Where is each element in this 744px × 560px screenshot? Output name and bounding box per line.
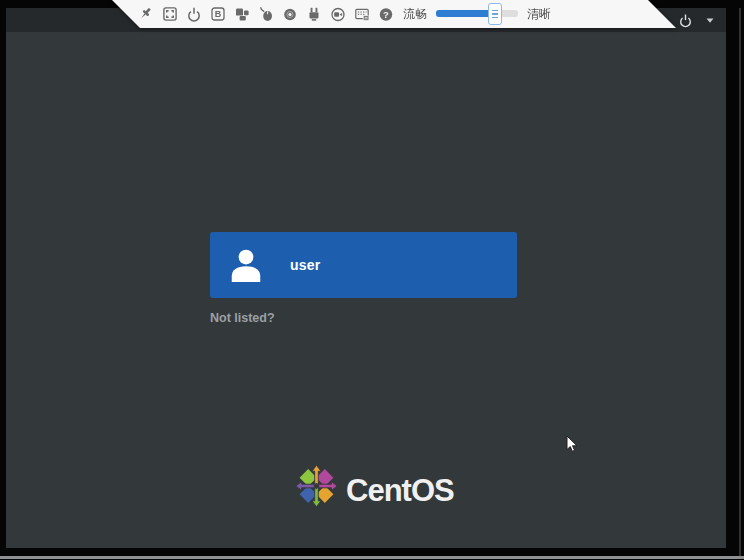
user-avatar-icon bbox=[227, 246, 265, 284]
virtual-keyboard-icon[interactable] bbox=[354, 6, 370, 22]
power-icon[interactable] bbox=[186, 6, 202, 22]
quality-slider: 流畅 清晰 bbox=[403, 0, 551, 28]
svg-text:B: B bbox=[215, 9, 222, 19]
centos-symbol-icon bbox=[294, 463, 339, 513]
remote-screen: user Not listed? CentOS bbox=[6, 8, 726, 548]
mouse-cursor-icon bbox=[566, 435, 579, 457]
screen-record-icon[interactable] bbox=[330, 6, 346, 22]
viewer-window: { "viewer_toolbar": { "letter_b_label": … bbox=[0, 0, 744, 560]
fullscreen-icon[interactable] bbox=[162, 6, 178, 22]
quality-slider-fill bbox=[436, 10, 496, 17]
toolbar-icon-row: B bbox=[138, 0, 394, 28]
window-right-edge bbox=[739, 8, 741, 556]
centos-logo: CentOS bbox=[294, 463, 454, 513]
remote-toolbar-body: B bbox=[112, 0, 676, 28]
not-listed-link[interactable]: Not listed? bbox=[210, 311, 275, 325]
user-tile[interactable]: user bbox=[210, 232, 517, 298]
quality-slider-track[interactable] bbox=[436, 0, 518, 28]
power-icon[interactable] bbox=[678, 13, 693, 28]
usb-drive-icon[interactable] bbox=[306, 6, 322, 22]
help-icon[interactable]: ? bbox=[378, 6, 394, 22]
pin-icon[interactable] bbox=[138, 6, 154, 22]
cd-disc-icon[interactable] bbox=[282, 6, 298, 22]
window-bottom-edge bbox=[0, 556, 744, 559]
letter-b-icon[interactable]: B bbox=[210, 6, 226, 22]
mouse-cable-icon[interactable] bbox=[258, 6, 274, 22]
remote-toolbar: B bbox=[112, 0, 676, 28]
quality-label-smooth: 流畅 bbox=[403, 6, 427, 23]
centos-wordmark: CentOS bbox=[346, 473, 454, 509]
quality-slider-handle[interactable] bbox=[488, 3, 502, 25]
shortcut-keys-icon[interactable] bbox=[234, 6, 250, 22]
quality-label-sharp: 清晰 bbox=[527, 6, 551, 23]
svg-text:?: ? bbox=[383, 9, 389, 20]
chevron-down-icon[interactable] bbox=[706, 18, 714, 23]
user-tile-name: user bbox=[290, 257, 320, 273]
